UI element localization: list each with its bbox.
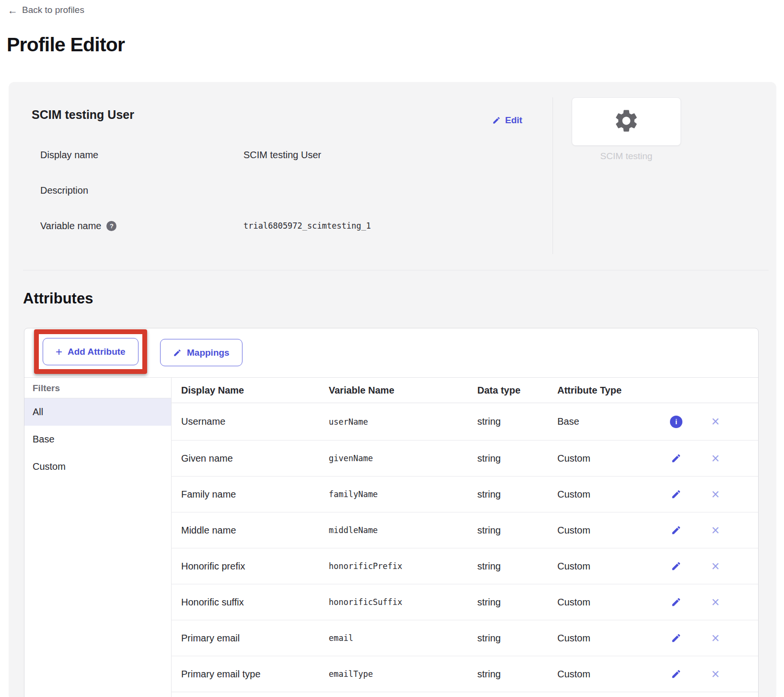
attributes-panel: + Add Attribute Mappings Filters All Bas… (24, 328, 759, 697)
plus-icon: + (56, 346, 62, 358)
filters-sidebar: Filters All Base Custom (24, 378, 172, 697)
edit-attribute-icon[interactable] (671, 561, 681, 571)
row-variable-name: email (329, 633, 477, 643)
edit-label: Edit (505, 115, 522, 126)
card-horizontal-divider (23, 270, 769, 270)
attributes-body: Filters All Base Custom Display Name Var… (24, 378, 758, 697)
row-display-name: Honorific prefix (181, 561, 329, 572)
row-attribute-type: Custom (557, 633, 657, 644)
table-row: Honorific prefix honorificPrefix string … (172, 548, 758, 584)
row-display-name: Given name (181, 453, 329, 464)
row-data-type: string (477, 561, 557, 572)
field-description: Description (32, 185, 549, 196)
edit-attribute-icon[interactable] (671, 453, 681, 464)
row-variable-name: emailType (329, 669, 477, 679)
annotation-highlight-box: + Add Attribute (34, 329, 147, 374)
row-display-name: Primary email type (181, 669, 329, 680)
row-attribute-type: Base (557, 416, 657, 427)
row-attribute-type: Custom (557, 669, 657, 680)
remove-attribute-icon[interactable]: × (712, 415, 720, 429)
remove-attribute-icon[interactable]: × (712, 631, 720, 645)
profile-card: SCIM testing User Edit SCIM testing Disp… (9, 82, 776, 697)
row-variable-name: givenName (329, 453, 477, 463)
field-display-name: Display name SCIM testing User (32, 149, 549, 161)
filter-item-all[interactable]: All (24, 398, 171, 426)
help-icon[interactable]: ? (106, 221, 116, 231)
remove-attribute-icon[interactable]: × (712, 667, 720, 681)
gear-icon (613, 107, 640, 136)
field-variable-name: Variable name ? trial6805972_scimtesting… (32, 220, 549, 232)
remove-attribute-icon[interactable]: × (712, 452, 720, 465)
filter-item-base[interactable]: Base (24, 426, 171, 453)
back-link-label: Back to profiles (22, 5, 84, 15)
row-display-name: Primary email (181, 633, 329, 644)
add-attribute-label: Add Attribute (68, 347, 126, 357)
edit-attribute-icon[interactable] (671, 597, 681, 607)
add-attribute-button[interactable]: + Add Attribute (43, 338, 138, 365)
mappings-label: Mappings (187, 348, 230, 358)
row-attribute-type: Custom (557, 453, 657, 464)
table-row: Primary email email string Custom × (172, 620, 758, 656)
filter-item-custom[interactable]: Custom (24, 453, 171, 480)
row-variable-name: honorificSuffix (329, 597, 477, 607)
remove-attribute-icon[interactable]: × (712, 488, 720, 501)
table-row: Primary email type emailType string Cust… (172, 656, 758, 692)
row-variable-name: honorificPrefix (329, 561, 477, 571)
row-data-type: string (477, 525, 557, 536)
table-header: Display Name Variable Name Data type Att… (172, 378, 758, 403)
row-attribute-type: Custom (557, 597, 657, 608)
field-label: Variable name (40, 221, 101, 232)
filters-heading: Filters (24, 378, 171, 398)
row-data-type: string (477, 489, 557, 500)
row-data-type: string (477, 669, 557, 680)
pencil-icon (173, 348, 182, 357)
field-label: Display name (40, 150, 98, 161)
row-variable-name: userName (329, 417, 477, 427)
row-attribute-type: Custom (557, 489, 657, 500)
row-display-name: Honorific suffix (181, 597, 329, 608)
app-logo-box (572, 97, 681, 146)
remove-attribute-icon[interactable]: × (712, 595, 720, 609)
column-header-attribute-type: Attribute Type (557, 385, 657, 396)
edit-profile-button[interactable]: Edit (492, 115, 522, 126)
edit-attribute-icon[interactable] (671, 633, 681, 643)
row-data-type: string (477, 416, 557, 427)
profile-fields: Display name SCIM testing User Descripti… (32, 149, 549, 256)
pencil-icon (492, 116, 501, 125)
attributes-heading: Attributes (23, 290, 93, 307)
info-icon[interactable]: i (670, 416, 682, 428)
table-row: Given name givenName string Custom × (172, 441, 758, 476)
back-to-profiles-link[interactable]: ← Back to profiles (8, 5, 84, 15)
app-logo-caption: SCIM testing (572, 151, 681, 162)
table-row: Honorific suffix honorificSuffix string … (172, 584, 758, 620)
attributes-table: Display Name Variable Name Data type Att… (172, 378, 758, 697)
column-header-data-type: Data type (477, 385, 557, 396)
row-data-type: string (477, 633, 557, 644)
row-display-name: Username (181, 416, 329, 427)
row-attribute-type: Custom (557, 561, 657, 572)
column-header-variable-name: Variable Name (329, 385, 477, 396)
table-row: Username userName string Base i × (172, 403, 758, 441)
row-variable-name: familyName (329, 489, 477, 499)
row-data-type: string (477, 597, 557, 608)
card-vertical-divider (553, 97, 553, 254)
row-display-name: Family name (181, 489, 329, 500)
arrow-left-icon: ← (8, 5, 18, 15)
edit-attribute-icon[interactable] (671, 525, 681, 535)
field-value: SCIM testing User (243, 150, 321, 161)
row-attribute-type: Custom (557, 525, 657, 536)
remove-attribute-icon[interactable]: × (712, 523, 720, 537)
row-display-name: Middle name (181, 525, 329, 536)
remove-attribute-icon[interactable]: × (712, 559, 720, 573)
edit-attribute-icon[interactable] (671, 669, 681, 679)
field-label: Description (40, 185, 88, 196)
column-header-display-name: Display Name (181, 385, 329, 396)
row-variable-name: middleName (329, 525, 477, 535)
edit-attribute-icon[interactable] (671, 489, 681, 500)
table-row: Middle name middleName string Custom × (172, 512, 758, 548)
profile-name: SCIM testing User (32, 108, 134, 122)
page-title: Profile Editor (7, 34, 125, 56)
table-rows: Username userName string Base i × Given … (172, 403, 758, 692)
attributes-toolbar: + Add Attribute Mappings (24, 328, 758, 378)
mappings-button[interactable]: Mappings (160, 339, 242, 366)
